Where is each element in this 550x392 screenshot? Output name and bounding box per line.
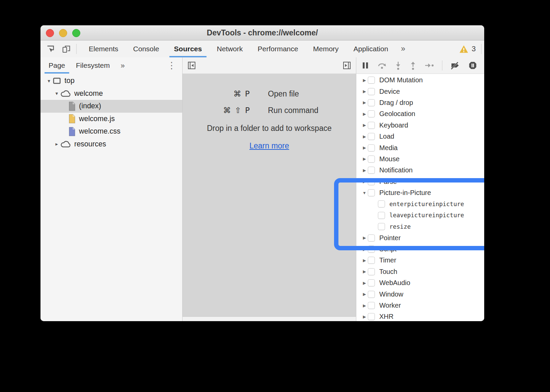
- expander-closed-icon[interactable]: ▶: [361, 281, 368, 285]
- checkbox[interactable]: [368, 302, 375, 309]
- checkbox[interactable]: [368, 144, 375, 151]
- checkbox[interactable]: [368, 133, 375, 140]
- close-button[interactable]: [46, 29, 54, 37]
- warning-icon[interactable]: [459, 45, 468, 53]
- expander-closed-icon[interactable]: ▶: [361, 235, 368, 240]
- breakpoint-category-xhr[interactable]: ▶XHR: [356, 311, 484, 321]
- learn-more-link[interactable]: Learn more: [249, 141, 289, 150]
- checkbox[interactable]: [368, 178, 375, 185]
- zoom-button[interactable]: [72, 29, 80, 37]
- checkbox[interactable]: [368, 110, 375, 117]
- breakpoint-event-leavepictureinpicture[interactable]: leavepictureinpicture: [356, 210, 484, 221]
- breakpoint-category-script[interactable]: ▶Script: [356, 244, 484, 255]
- tab-memory[interactable]: Memory: [306, 40, 346, 57]
- breakpoint-category-parse[interactable]: ▶Parse: [356, 176, 484, 187]
- inspect-icon[interactable]: [46, 45, 55, 54]
- expander-closed-icon[interactable]: ▶: [361, 123, 368, 128]
- checkbox[interactable]: [368, 313, 375, 320]
- checkbox[interactable]: [368, 99, 375, 106]
- kebab-menu-icon[interactable]: ⋮: [167, 61, 176, 70]
- breakpoint-category-worker[interactable]: ▶Worker: [356, 300, 484, 311]
- tree-item-welcome-css[interactable]: welcome.css: [40, 125, 182, 138]
- deactivate-breakpoints-icon[interactable]: [450, 61, 460, 70]
- checkbox[interactable]: [368, 257, 375, 264]
- checkbox[interactable]: [368, 88, 375, 95]
- breakpoint-category-notification[interactable]: ▶Notification: [356, 165, 484, 176]
- breakpoint-category-drag-drop[interactable]: ▶Drag / drop: [356, 97, 484, 108]
- breakpoint-event-resize[interactable]: resize: [356, 221, 484, 232]
- expander-open-icon[interactable]: ▾: [45, 78, 53, 84]
- expander-open-icon[interactable]: ▾: [53, 90, 60, 96]
- breakpoint-category-geolocation[interactable]: ▶Geolocation: [356, 108, 484, 119]
- breakpoint-category-webaudio[interactable]: ▶WebAudio: [356, 277, 484, 288]
- checkbox[interactable]: [368, 77, 375, 84]
- tree-item-top[interactable]: ▾top: [40, 75, 182, 87]
- breakpoint-category-dom-mutation[interactable]: ▶DOM Mutation: [356, 75, 484, 86]
- expander-closed-icon[interactable]: ▶: [361, 179, 368, 184]
- breakpoint-category-window[interactable]: ▶Window: [356, 288, 484, 300]
- tree-item-welcome-js[interactable]: welcome.js: [40, 113, 182, 125]
- checkbox[interactable]: [378, 212, 385, 219]
- checkbox[interactable]: [368, 279, 375, 286]
- checkbox[interactable]: [368, 234, 375, 242]
- tab-performance[interactable]: Performance: [250, 40, 306, 57]
- expander-closed-icon[interactable]: ▶: [361, 78, 368, 83]
- breakpoint-category-touch[interactable]: ▶Touch: [356, 266, 484, 277]
- expander-closed-icon[interactable]: ▶: [361, 258, 368, 263]
- checkbox[interactable]: [368, 246, 375, 253]
- breakpoint-category-load[interactable]: ▶Load: [356, 131, 484, 142]
- breakpoint-category-media[interactable]: ▶Media: [356, 142, 484, 153]
- expander-closed-icon[interactable]: ▶: [361, 314, 368, 319]
- step-icon[interactable]: [424, 62, 434, 69]
- tab-application[interactable]: Application: [346, 40, 396, 57]
- checkbox[interactable]: [368, 122, 375, 129]
- panel-left-icon[interactable]: [187, 61, 196, 70]
- expander-closed-icon[interactable]: ▶: [361, 157, 368, 161]
- warning-count[interactable]: 3: [472, 45, 476, 53]
- breakpoint-category-mouse[interactable]: ▶Mouse: [356, 153, 484, 165]
- expander-closed-icon[interactable]: ▶: [361, 145, 368, 150]
- tab-network[interactable]: Network: [209, 40, 250, 57]
- step-out-icon[interactable]: [410, 61, 416, 70]
- expander-closed-icon[interactable]: ▶: [361, 100, 368, 105]
- expander-closed-icon[interactable]: ▶: [361, 303, 368, 308]
- step-over-icon[interactable]: [377, 61, 387, 70]
- tree-item-index[interactable]: (index): [40, 100, 182, 113]
- expander-closed-icon[interactable]: ▶: [361, 247, 368, 252]
- breakpoint-category-keyboard[interactable]: ▶Keyboard: [356, 120, 484, 131]
- checkbox[interactable]: [378, 223, 385, 230]
- pause-on-exceptions-icon[interactable]: [468, 61, 477, 70]
- more-tabs-chevron[interactable]: »: [395, 40, 411, 57]
- breakpoint-category-picture-in-picture[interactable]: ▼Picture-in-Picture: [356, 187, 484, 198]
- expander-closed-icon[interactable]: ▸: [53, 141, 60, 147]
- checkbox[interactable]: [378, 200, 385, 207]
- checkbox[interactable]: [368, 189, 375, 196]
- expander-closed-icon[interactable]: ▶: [361, 168, 368, 173]
- navigator-more-tabs[interactable]: »: [115, 58, 130, 74]
- expander-closed-icon[interactable]: ▶: [361, 112, 368, 116]
- tree-item-welcome[interactable]: ▾welcome: [40, 87, 182, 100]
- tab-sources[interactable]: Sources: [167, 40, 210, 57]
- sidebar-tab-page[interactable]: Page: [43, 57, 71, 74]
- expander-closed-icon[interactable]: ▶: [361, 269, 368, 274]
- breakpoint-category-pointer[interactable]: ▶Pointer: [356, 232, 484, 243]
- expander-closed-icon[interactable]: ▶: [361, 292, 368, 297]
- breakpoint-category-device[interactable]: ▶Device: [356, 86, 484, 97]
- expander-closed-icon[interactable]: ▶: [361, 89, 368, 94]
- tree-item-resources[interactable]: ▸resources: [40, 138, 182, 151]
- checkbox[interactable]: [368, 291, 375, 298]
- checkbox[interactable]: [368, 156, 375, 163]
- breakpoint-event-enterpictureinpicture[interactable]: enterpictureinpicture: [356, 198, 484, 209]
- minimize-button[interactable]: [59, 29, 67, 37]
- breakpoint-category-timer[interactable]: ▶Timer: [356, 255, 484, 266]
- device-toolbar-icon[interactable]: [62, 45, 71, 54]
- checkbox[interactable]: [368, 268, 375, 275]
- step-into-icon[interactable]: [395, 61, 402, 70]
- sidebar-tab-filesystem[interactable]: Filesystem: [71, 57, 115, 74]
- tab-elements[interactable]: Elements: [81, 40, 126, 57]
- pause-icon[interactable]: [362, 61, 369, 69]
- checkbox[interactable]: [368, 167, 375, 174]
- tab-console[interactable]: Console: [126, 40, 167, 57]
- panel-right-icon[interactable]: [342, 61, 351, 70]
- expander-open-icon[interactable]: ▼: [361, 191, 368, 195]
